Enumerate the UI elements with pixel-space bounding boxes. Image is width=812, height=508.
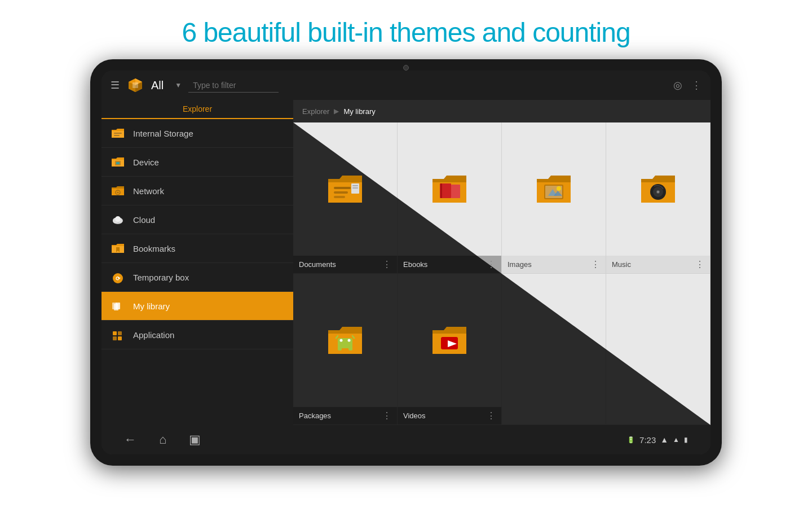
sidebar-item-temporary-box[interactable]: ⟳ Temporary box [102, 263, 293, 292]
back-button[interactable]: ← [124, 432, 136, 447]
page-wrapper: 6 beautiful built-in themes and counting… [0, 0, 812, 508]
tablet-frame: ☰ All ▼ ◎ ⋮ [90, 59, 722, 466]
tablet-wrapper: ☰ All ▼ ◎ ⋮ [0, 59, 812, 466]
ebooks-icon-area [398, 122, 501, 256]
sidebar-item-bookmarks-label: Bookmarks [133, 244, 175, 253]
sidebar-item-my-library[interactable]: My library [102, 292, 293, 321]
svg-text:⟳: ⟳ [116, 275, 121, 282]
device-icon [111, 156, 125, 168]
sidebar-item-internal-storage[interactable]: Internal Storage [102, 119, 293, 148]
svg-rect-8 [116, 162, 120, 164]
grid-cell-packages[interactable]: Packages ⋮ [293, 274, 398, 425]
sidebar-item-device[interactable]: Device [102, 148, 293, 177]
videos-more[interactable]: ⋮ [487, 410, 496, 421]
breadcrumb-current: My library [343, 107, 375, 116]
ebooks-more[interactable]: ⋮ [487, 259, 496, 270]
my-library-icon [111, 300, 125, 312]
svg-rect-5 [114, 133, 122, 134]
breadcrumb-arrow: ▶ [334, 107, 339, 115]
home-button[interactable]: ⌂ [159, 432, 166, 447]
svg-rect-33 [451, 185, 460, 198]
packages-more[interactable]: ⋮ [382, 410, 391, 421]
grid-cell-images[interactable]: Images ⋮ [502, 122, 606, 274]
grid-area: Documents ⋮ [293, 122, 710, 425]
music-icon-area [606, 122, 710, 256]
svg-point-46 [348, 339, 351, 342]
sidebar-item-temporary-box-label: Temporary box [133, 273, 189, 282]
images-more[interactable]: ⋮ [591, 259, 600, 270]
packages-footer: Packages ⋮ [293, 407, 397, 424]
music-label: Music [612, 260, 631, 269]
page-title: 6 beautiful built-in themes and counting [0, 17, 812, 48]
camera-dot [403, 65, 409, 71]
top-bar-icons: ◎ ⋮ [673, 79, 701, 91]
menu-icon[interactable]: ☰ [111, 79, 120, 91]
sidebar-item-application[interactable]: Application [102, 321, 293, 349]
grid-cell-documents[interactable]: Documents ⋮ [293, 122, 398, 274]
tablet-screen: ☰ All ▼ ◎ ⋮ [102, 71, 710, 454]
svg-rect-21 [113, 331, 117, 335]
grid-items: Documents ⋮ [293, 122, 710, 425]
svg-rect-29 [352, 185, 358, 186]
svg-rect-34 [440, 183, 442, 198]
top-bar: ☰ All ▼ ◎ ⋮ [102, 71, 710, 100]
breadcrumb-parent: Explorer [302, 107, 329, 116]
content-area: Explorer ▶ My library [293, 100, 710, 425]
sidebar: Explorer Internal [102, 100, 293, 425]
main-area: Explorer Internal [102, 100, 710, 425]
svg-rect-20 [116, 303, 120, 309]
ebooks-folder-icon [430, 172, 469, 206]
documents-more[interactable]: ⋮ [382, 259, 391, 270]
documents-folder-icon [325, 172, 365, 206]
sidebar-item-cloud[interactable]: Cloud [102, 205, 293, 234]
ebooks-label: Ebooks [403, 260, 427, 269]
sidebar-tab: Explorer [102, 100, 293, 119]
svg-rect-26 [334, 191, 348, 194]
ebooks-footer: Ebooks ⋮ [398, 256, 501, 273]
app-title: All [151, 79, 164, 92]
bookmarks-icon [111, 242, 125, 255]
svg-rect-24 [118, 336, 122, 340]
grid-cell-empty1 [502, 274, 606, 425]
music-more[interactable]: ⋮ [695, 259, 704, 270]
videos-label: Videos [403, 411, 426, 420]
sidebar-item-bookmarks[interactable]: Bookmarks [102, 234, 293, 263]
application-icon [111, 329, 125, 341]
svg-rect-32 [441, 185, 450, 197]
sidebar-item-application-label: Application [133, 330, 174, 340]
more-icon[interactable]: ⋮ [691, 79, 701, 91]
recent-apps-button[interactable]: ▣ [189, 432, 201, 447]
battery-icon: ▮ [684, 436, 688, 444]
packages-label: Packages [299, 411, 331, 420]
packages-folder-icon [325, 323, 365, 357]
status-time: 7:23 [639, 435, 656, 445]
grid-cell-empty2 [606, 274, 710, 425]
videos-folder-icon [430, 323, 469, 357]
status-battery-small: 🔋 [627, 436, 635, 444]
videos-footer: Videos ⋮ [398, 407, 501, 424]
svg-point-10 [117, 192, 119, 194]
internal-storage-icon [111, 127, 125, 139]
images-folder-icon [534, 172, 573, 206]
sidebar-item-network-label: Network [133, 186, 164, 196]
wifi-icon: ▲ [660, 435, 668, 444]
grid-cell-videos[interactable]: Videos ⋮ [398, 274, 502, 425]
sidebar-item-my-library-label: My library [133, 301, 170, 311]
signal-icon: ▲ [673, 436, 679, 444]
images-footer: Images ⋮ [502, 256, 606, 273]
sidebar-item-internal-storage-label: Internal Storage [133, 129, 193, 138]
page-header: 6 beautiful built-in themes and counting [0, 0, 812, 59]
grid-cell-music[interactable]: Music ⋮ [606, 122, 710, 274]
documents-icon-area [293, 122, 397, 256]
filter-input[interactable] [188, 78, 279, 93]
bottom-bar: ← ⌂ ▣ 🔋 7:23 ▲ ▲ ▮ [102, 425, 710, 454]
temporary-box-icon: ⟳ [111, 271, 125, 283]
sidebar-item-cloud-label: Cloud [133, 215, 155, 225]
sidebar-item-network[interactable]: Network [102, 177, 293, 205]
packages-icon-area [293, 274, 397, 407]
svg-point-14 [115, 216, 121, 222]
svg-rect-50 [348, 345, 352, 351]
sidebar-item-device-label: Device [133, 157, 159, 167]
eye-icon[interactable]: ◎ [673, 79, 682, 91]
grid-cell-ebooks[interactable]: Ebooks ⋮ [398, 122, 502, 274]
